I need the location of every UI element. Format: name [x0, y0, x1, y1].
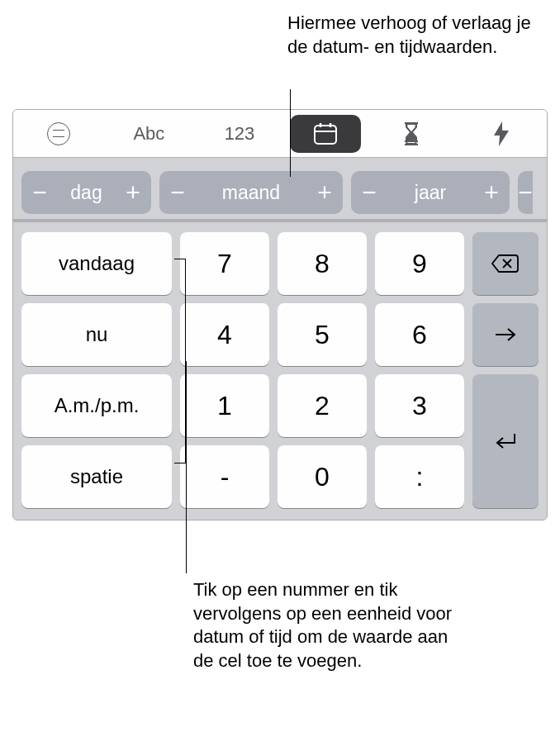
return-icon [494, 432, 517, 450]
year-decrement-button[interactable]: − [351, 178, 384, 207]
day-decrement-button[interactable]: − [21, 178, 55, 207]
numeric-mode-button[interactable]: 123 [194, 110, 285, 157]
month-increment-button[interactable]: + [310, 178, 343, 207]
abc-mode-button[interactable]: Abc [104, 110, 195, 157]
formula-mode-button[interactable] [13, 110, 104, 157]
calendar-icon [313, 122, 338, 145]
bracket-presets [174, 259, 186, 463]
hourglass-icon [403, 122, 420, 145]
date-time-keyboard: Abc 123 − [12, 109, 548, 520]
key-5[interactable]: 5 [278, 303, 367, 366]
duration-mode-button[interactable] [366, 110, 457, 157]
equals-circle-icon [47, 122, 70, 145]
svg-rect-0 [315, 126, 336, 144]
key-0[interactable]: 0 [278, 445, 367, 508]
more-units-minus: − [518, 178, 533, 207]
callout-number-unit: Tik op een nummer en tik vervolgens op e… [193, 578, 458, 673]
backspace-key[interactable] [472, 232, 539, 295]
function-column [472, 232, 539, 508]
key-dash[interactable]: - [180, 445, 269, 508]
arrow-right-icon [494, 326, 517, 343]
callout-line-bottom [186, 361, 187, 573]
key-colon[interactable]: : [375, 445, 464, 508]
key-2[interactable]: 2 [278, 374, 367, 437]
key-7[interactable]: 7 [180, 232, 269, 295]
return-key[interactable] [472, 374, 539, 508]
key-1[interactable]: 1 [180, 374, 269, 437]
date-unit-row: − dag + − maand + − jaar + − [13, 158, 547, 222]
year-increment-button[interactable]: + [477, 178, 510, 207]
day-unit-chip: − dag + [21, 171, 151, 214]
key-9[interactable]: 9 [375, 232, 464, 295]
date-mode-button[interactable] [290, 115, 361, 153]
key-4[interactable]: 4 [180, 303, 269, 366]
callout-line-top [290, 89, 291, 177]
year-unit-label[interactable]: jaar [384, 182, 477, 204]
today-key[interactable]: vandaag [21, 232, 172, 295]
backspace-icon [491, 254, 520, 273]
more-units-chip[interactable]: − [518, 171, 533, 214]
keyboard-toolbar: Abc 123 [13, 110, 547, 158]
month-unit-chip: − maand + [159, 171, 343, 214]
next-key[interactable] [472, 303, 539, 366]
month-decrement-button[interactable]: − [159, 178, 192, 207]
key-3[interactable]: 3 [375, 374, 464, 437]
key-8[interactable]: 8 [278, 232, 367, 295]
month-unit-label[interactable]: maand [192, 182, 310, 204]
quick-mode-button[interactable] [456, 110, 547, 157]
preset-column: vandaag nu A.m./p.m. spatie [21, 232, 172, 508]
key-6[interactable]: 6 [375, 303, 464, 366]
space-key[interactable]: spatie [21, 445, 172, 508]
year-unit-chip: − jaar + [351, 171, 510, 214]
keypad-area: vandaag nu A.m./p.m. spatie 7 8 9 4 5 6 … [13, 222, 547, 520]
day-increment-button[interactable]: + [118, 178, 151, 207]
ampm-key[interactable]: A.m./p.m. [21, 374, 172, 437]
now-key[interactable]: nu [21, 303, 172, 366]
bolt-icon [492, 121, 510, 146]
callout-date-adjust: Hiermee verhoog of verlaag je de datum- … [287, 12, 535, 59]
numeric-keypad: 7 8 9 4 5 6 1 2 3 - 0 : [180, 232, 464, 508]
day-unit-label[interactable]: dag [55, 182, 118, 204]
